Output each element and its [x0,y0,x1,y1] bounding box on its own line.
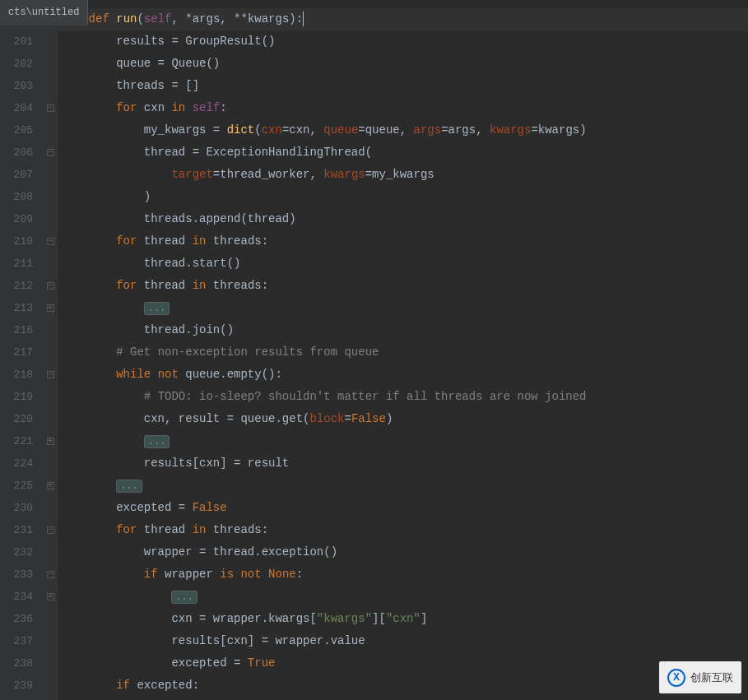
code-line[interactable]: queue = Queue() [58,53,748,75]
line-number-gutter: 2012022032042052062072082092102112122132… [0,0,43,700]
fold-none [43,186,58,208]
line-number: 205 [0,119,33,141]
fold-expand-icon[interactable]: + [43,297,58,319]
code-line[interactable]: # Get non-exception results from queue [58,341,748,364]
line-number: 209 [0,208,33,230]
fold-none [43,675,58,697]
code-line[interactable]: for thread in threads: [58,519,748,541]
code-area[interactable]: def run(self, *args, **kwargs): results … [58,0,748,700]
code-line[interactable]: cxn = wrapper.kwargs["kwargs"]["cxn"] [58,608,748,630]
fold-collapse-icon[interactable]: − [43,141,58,164]
line-number: 219 [0,386,33,408]
line-number: 213 [0,297,33,319]
fold-collapse-icon[interactable]: − [43,230,58,253]
line-number: 210 [0,230,33,253]
code-line[interactable]: thread.start() [58,253,748,275]
fold-expand-icon[interactable]: + [43,430,58,452]
code-line[interactable]: threads.append(thread) [58,208,748,230]
fold-none [43,208,58,230]
line-number: 208 [0,186,33,208]
fold-column: −−−−−+−++−−+ [43,0,58,700]
fold-none [43,75,58,97]
fold-none [43,452,58,475]
line-number: 233 [0,563,33,586]
line-number: 237 [0,630,33,652]
fold-none [43,408,58,430]
fold-collapse-icon[interactable]: − [43,364,58,386]
code-line[interactable]: for thread in threads: [58,230,748,253]
line-number: 236 [0,608,33,630]
watermark-text: 创新互联 [690,666,733,688]
code-line[interactable]: for cxn in self: [58,97,748,119]
code-line[interactable]: ... [58,475,748,497]
line-number: 220 [0,408,33,430]
code-line[interactable]: if wrapper is not None: [58,563,748,586]
code-line[interactable]: # TODO: io-sleep? shouldn't matter if al… [58,386,748,408]
line-number: 206 [0,141,33,164]
line-number: 232 [0,541,33,563]
fold-expand-icon[interactable]: + [43,475,58,497]
code-line[interactable]: thread = ExceptionHandlingThread( [58,141,748,164]
fold-none [43,541,58,563]
fold-collapse-icon[interactable]: − [43,97,58,119]
fold-none [43,497,58,519]
line-number: 201 [0,30,33,53]
fold-none [43,119,58,141]
code-line[interactable]: my_kwargs = dict(cxn=cxn, queue=queue, a… [58,119,748,141]
code-line[interactable]: results[cxn] = wrapper.value [58,630,748,652]
code-line[interactable]: if excepted: [58,675,748,697]
code-line[interactable]: for thread in threads: [58,275,748,297]
code-line[interactable]: ... [58,586,748,608]
code-line[interactable]: excepted = True [58,652,748,675]
watermark-logo-icon: X [667,669,685,687]
fold-none [43,608,58,630]
line-number: 231 [0,519,33,541]
line-number: 212 [0,275,33,297]
line-number: 230 [0,497,33,519]
code-line[interactable]: excepted = False [58,497,748,519]
code-line[interactable]: while not queue.empty(): [58,364,748,386]
line-number: 207 [0,164,33,186]
code-line[interactable]: cxn, result = queue.get(block=False) [58,408,748,430]
code-line[interactable]: ... [58,297,748,319]
fold-collapse-icon[interactable]: − [43,563,58,586]
line-number: 239 [0,675,33,697]
line-number: 238 [0,652,33,675]
code-line[interactable]: results = GroupResult() [58,30,748,53]
code-line[interactable]: target=thread_worker, kwargs=my_kwargs [58,164,748,186]
fold-none [43,30,58,53]
line-number: 216 [0,319,33,341]
line-number: 202 [0,53,33,75]
line-number: 204 [0,97,33,119]
tab-bar: cts\untitled [0,0,88,25]
fold-none [43,341,58,364]
code-line[interactable]: threads = [] [58,75,748,97]
fold-none [43,319,58,341]
fold-none [43,652,58,675]
line-number: 217 [0,341,33,364]
line-number: 221 [0,430,33,452]
fold-none [43,630,58,652]
fold-none [43,253,58,275]
line-number: 203 [0,75,33,97]
line-number: 211 [0,253,33,275]
line-number: 225 [0,475,33,497]
line-number: 234 [0,586,33,608]
code-line[interactable]: results[cxn] = result [58,452,748,475]
line-number: 218 [0,364,33,386]
code-line[interactable]: wrapper = thread.exception() [58,541,748,563]
fold-none [43,164,58,186]
watermark-badge: X 创新互联 [659,661,741,693]
code-line[interactable]: ) [58,186,748,208]
fold-none [43,53,58,75]
code-line[interactable]: thread.join() [58,319,748,341]
line-number: 224 [0,452,33,475]
code-line[interactable]: def run(self, *args, **kwargs): [58,8,748,30]
fold-collapse-icon[interactable]: − [43,275,58,297]
fold-none [43,386,58,408]
code-editor: cts\untitled 201202203204205206207208209… [0,0,748,700]
fold-collapse-icon[interactable]: − [43,519,58,541]
tab-untitled[interactable]: cts\untitled [0,0,88,25]
code-line[interactable]: ... [58,430,748,452]
fold-expand-icon[interactable]: + [43,586,58,608]
